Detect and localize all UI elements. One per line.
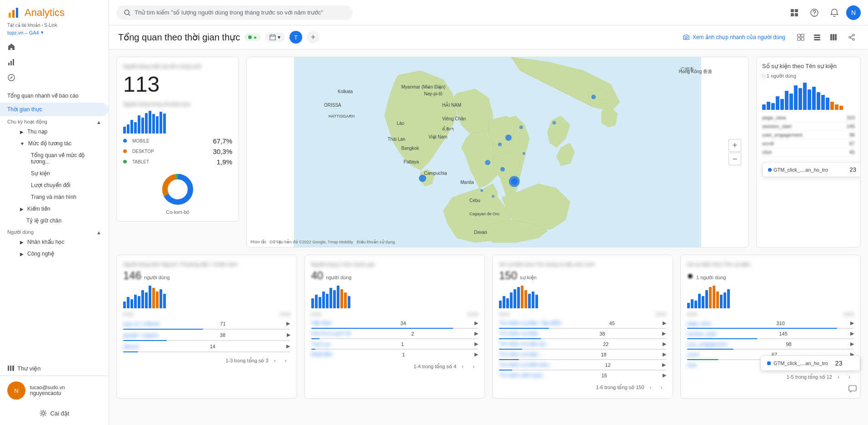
- event-count-1: 310: [847, 115, 855, 120]
- card2-unit: người dùng: [326, 275, 351, 281]
- grid-view-button[interactable]: [793, 30, 808, 44]
- user-filter-avatar[interactable]: T: [289, 31, 302, 44]
- dashboard: Người dùng hiện tại trên trang web 113 N…: [109, 49, 868, 425]
- current-users-title: Người dùng hiện tại trên trang web: [123, 64, 232, 69]
- section-lifecycle[interactable]: Chu kỳ hoạt động ▲: [0, 116, 109, 126]
- card3-next[interactable]: ›: [657, 383, 666, 392]
- sidebar-item-kiem-tien[interactable]: ▶ Kiếm tiền: [13, 203, 109, 215]
- property-selector[interactable]: topz.vn – GA4 ▾: [0, 30, 109, 39]
- floating-tooltip-value: 23: [835, 360, 843, 367]
- map-city-label: Co-lom-bô: [123, 209, 232, 215]
- column-view-button[interactable]: [826, 30, 841, 44]
- map-label-hattisgarh: HATTISGARH: [329, 114, 354, 119]
- sidebar-item-explore[interactable]: [0, 70, 109, 85]
- gear-icon: [40, 410, 47, 417]
- sidebar-item-overview[interactable]: Tổng quan nhanh về báo cáo: [0, 89, 109, 103]
- search-box[interactable]: Thử tìm kiếm "số lượng người dùng trong …: [116, 5, 353, 20]
- card3-prev[interactable]: ‹: [646, 383, 655, 392]
- card2-item-2[interactable]: Hoa Kỳ & quốc tế 2 ▶: [311, 330, 479, 337]
- card1-next[interactable]: ›: [281, 356, 290, 365]
- section-lifecycle-items: ▶ Thu nạp ▼ Mức độ tương tác Tổng quan v…: [0, 126, 109, 227]
- sidebar-item-trang-man-hinh[interactable]: Trang và màn hình: [24, 191, 109, 203]
- card2-item-1[interactable]: Việt Nam 34 ▶: [311, 319, 479, 327]
- card4-prev[interactable]: ‹: [834, 372, 843, 381]
- settings-button[interactable]: Cài đặt: [4, 405, 105, 421]
- feedback-button[interactable]: [848, 385, 857, 395]
- section-lifecycle-label: Chu kỳ hoạt động: [7, 119, 47, 125]
- mobile-label: MOBILE: [132, 138, 150, 143]
- card4-item-3[interactable]: user_engagement 98 ▶: [687, 340, 854, 348]
- card1-item-2[interactable]: google / organic 38 ▶: [123, 331, 290, 339]
- add-filter-button[interactable]: +: [307, 31, 319, 44]
- card2-next[interactable]: ›: [469, 362, 478, 371]
- tablet-value: 1,9%: [217, 158, 232, 166]
- card3-item-4[interactable]: Tìm kiếm sự kiện, ... 18 ▶: [499, 351, 666, 358]
- map-label-hainan: HẢI NAM: [442, 103, 461, 108]
- svg-rect-8: [10, 366, 11, 371]
- card3-item-5[interactable]: Tìm kiếm sự kiện theo... 12 ▶: [499, 361, 666, 369]
- map-label-bangkok: Bangkok: [401, 146, 419, 151]
- notifications-button[interactable]: [826, 5, 843, 21]
- date-pill-text: ▾: [278, 34, 280, 40]
- card3-value-row: 150 sự kiện: [499, 269, 666, 282]
- chevron-up-icon: ▲: [96, 119, 101, 125]
- snapshot-button[interactable]: Xem ảnh chụp nhanh của người dùng: [678, 31, 790, 44]
- card4-next[interactable]: ›: [845, 372, 854, 381]
- event-count-5: 45: [849, 149, 855, 155]
- card1-value: 146: [123, 269, 141, 282]
- card3-bar-4: [499, 359, 666, 360]
- card1-item-1[interactable]: topz.vn / referral 71 ▶: [123, 319, 290, 328]
- card1-list: topz.vn / referral 71 ▶ google / organic…: [123, 319, 290, 352]
- sidebar-item-cong-nghe[interactable]: ▶ Công nghệ: [13, 248, 109, 260]
- sidebar-item-mucdo[interactable]: ▼ Mức độ tương tác: [13, 138, 109, 149]
- sidebar-library[interactable]: Thư viện: [0, 361, 109, 376]
- share-icon: [848, 34, 855, 41]
- card3-item-1[interactable]: Tìm kiếm sự kiện / địa điểm 45 ▶: [499, 319, 666, 327]
- card2-list: Việt Nam 34 ▶ Hoa Kỳ & quốc tế 2 ▶ Thá: [311, 319, 479, 358]
- device-legend: MOBILE 67,7% DESKTOP 30,3% TABLET: [123, 137, 232, 166]
- card3-item-3[interactable]: Tìm kiếm sự kiện tại... 22 ▶: [499, 340, 666, 348]
- overview-label: Tổng quan nhanh về báo cáo: [7, 93, 79, 99]
- svg-rect-67: [849, 385, 856, 391]
- right-events-panel: Số sự kiện theo Tên sự kiện ● 1 người dù…: [756, 57, 861, 247]
- sidebar-item-su-kien[interactable]: Sự kiện: [24, 168, 109, 179]
- card1-prev[interactable]: ‹: [270, 356, 279, 365]
- sidebar-item-luot-chuyen-doi[interactable]: Lượt chuyển đổi: [24, 179, 109, 191]
- card3-item-6[interactable]: Tìm kiếm (kết quả)... 15 ▶: [499, 371, 666, 379]
- map-panel: + − Phím tắt Dữ liệu bản đồ ©2022 Google…: [246, 57, 749, 247]
- zoom-out-button[interactable]: −: [728, 153, 741, 165]
- card2-item-3[interactable]: Thái Lan 1 ▶: [311, 340, 479, 348]
- section-users[interactable]: Người dùng ▲: [0, 227, 109, 236]
- sidebar-item-home[interactable]: [0, 39, 109, 54]
- user-avatar[interactable]: N: [7, 381, 25, 400]
- chevron-right-icon: ▶: [20, 129, 24, 134]
- svg-point-64: [492, 195, 494, 198]
- sidebar-item-nhan-khau-hoc[interactable]: ▶ Nhân khẩu học: [13, 236, 109, 248]
- card2-item-4[interactable]: Nhật Bản 1 ▶: [311, 351, 479, 358]
- user-avatar-topbar[interactable]: N: [846, 5, 861, 20]
- zoom-in-button[interactable]: +: [728, 139, 741, 152]
- card4-bar-2: [687, 338, 854, 339]
- sidebar-item-realtime[interactable]: Thời gian thực: [0, 103, 109, 116]
- sidebar-item-thu-nap[interactable]: ▶ Thu nạp: [13, 126, 109, 138]
- list-view-button[interactable]: [810, 30, 824, 44]
- card-country: Người dùng 1 theo Quốc gia 40 người dùng: [304, 255, 485, 399]
- help-button[interactable]: [806, 5, 823, 21]
- card1-item-3[interactable]: (direct) 14 ▶: [123, 342, 290, 351]
- sidebar-item-ty-le-giu-chan[interactable]: Tỷ lệ giữ chân: [13, 215, 109, 227]
- share-button[interactable]: [844, 30, 859, 44]
- card2-prev[interactable]: ‹: [458, 362, 467, 371]
- card3-bar-5: [499, 370, 666, 371]
- svg-rect-13: [795, 9, 798, 12]
- date-selector[interactable]: ▾: [265, 32, 285, 42]
- sidebar-footer: N tucao@sudo.vn nguyencaotu: [0, 376, 109, 405]
- card4-item-1[interactable]: page_view 310 ▶: [687, 319, 854, 327]
- sidebar-item-tongquan-mucdo[interactable]: Tổng quan về mức độ tương...: [24, 149, 109, 168]
- card1-pagination: 1-3 trong tổng số 3 ‹ ›: [123, 356, 290, 365]
- sidebar-item-reports[interactable]: [0, 54, 109, 70]
- card3-item-2[interactable]: Tìm kiếm sự kiện... 38 ▶: [499, 330, 666, 337]
- svg-rect-21: [801, 34, 804, 37]
- apps-button[interactable]: [786, 5, 803, 21]
- svg-rect-18: [270, 35, 275, 40]
- card4-item-2[interactable]: session_start 145 ▶: [687, 330, 854, 337]
